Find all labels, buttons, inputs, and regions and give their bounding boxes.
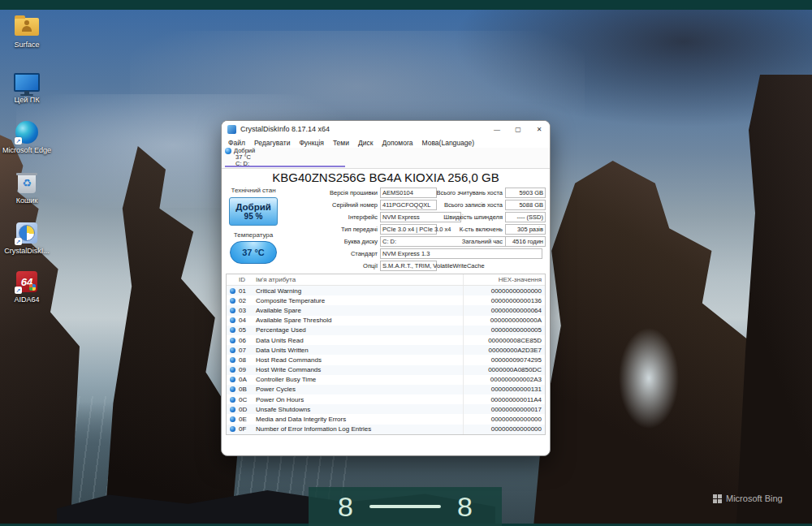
microsoft-logo-icon: [713, 494, 722, 503]
attribute-hex-value: 0000000A0850DC: [463, 365, 545, 375]
rock-arch-glow: [619, 328, 679, 429]
menu-item[interactable]: Теми: [333, 139, 349, 147]
field-label: Версія прошивки: [290, 189, 380, 196]
menu-item[interactable]: Допомога: [382, 139, 412, 147]
desktop-icon-label: AIDA64: [14, 295, 39, 304]
overlay-dash: [369, 505, 441, 508]
this-pc-icon: [14, 70, 40, 94]
drive-model-title: KBG40ZNS256G BG4A KIOXIA 256,0 GB: [222, 169, 550, 186]
health-status-button[interactable]: Добрий 95 %: [229, 197, 278, 226]
crystaldiskinfo-window: CrystalDiskInfo 8.17.14 x64 — ▢ ✕ ФайлРе…: [221, 120, 551, 456]
table-row[interactable]: 08 Host Read Commands 00000009074295: [227, 355, 545, 364]
attribute-id: 0D: [239, 406, 253, 413]
attribute-hex-value: 00000000000064: [463, 305, 545, 315]
bing-watermark: Microsoft Bing: [713, 494, 783, 503]
drive-fields-right: Всього зчитувань хоста 5903 GB Всього за…: [433, 187, 546, 248]
field-label: Всього записів хоста: [433, 201, 505, 209]
field-value: AEMS0104: [380, 188, 437, 198]
table-row[interactable]: 0E Media and Data Integrity Errors 00000…: [227, 414, 545, 424]
attribute-status-icon: [230, 338, 235, 343]
attribute-name: Host Write Commands: [253, 366, 463, 373]
health-percent: 95 %: [244, 212, 263, 221]
attribute-status-icon: [230, 426, 235, 432]
watermark-text: Microsoft Bing: [726, 494, 783, 503]
table-row[interactable]: 0F Number of Error Information Log Entri…: [227, 425, 545, 434]
drive-info-panel: Технічний стан Добрий 95 % Температура 3…: [222, 187, 550, 273]
field-value: 5903 GB: [505, 188, 546, 198]
desktop-icon-label: Кошик: [16, 196, 37, 205]
attribute-hex-value: 00000009074295: [463, 355, 545, 364]
table-row[interactable]: 09 Host Write Commands 0000000A0850DC: [227, 365, 545, 375]
maximize-button[interactable]: ▢: [508, 121, 529, 137]
attribute-status-icon: [230, 357, 235, 363]
attribute-status-icon: [230, 367, 235, 373]
table-row[interactable]: 06 Data Units Read 000000008CE85D: [227, 335, 545, 345]
desktop-icon-edge[interactable]: ↗ Microsoft Edge: [2, 120, 52, 154]
drive-tab[interactable]: Добрий 37 °C C: D:: [225, 148, 345, 167]
table-row[interactable]: 04 Available Spare Threshold 00000000000…: [227, 316, 545, 326]
crystaldiskinfo-icon: ↗: [14, 221, 40, 245]
desktop-icon-aida64[interactable]: 64↗ AIDA64: [2, 269, 52, 304]
menu-item[interactable]: Диск: [358, 139, 373, 147]
menu-item[interactable]: Редагувати: [254, 139, 290, 147]
menu-item[interactable]: Файл: [228, 139, 245, 147]
close-button[interactable]: ✕: [529, 121, 550, 137]
health-panel: Технічний стан Добрий 95 % Температура 3…: [227, 187, 280, 264]
field-label: Загальний час: [433, 238, 505, 245]
app-icon: [227, 125, 236, 134]
field-label: Інтерфейс: [290, 213, 380, 221]
desktop-icon-recycle-bin[interactable]: ♻ Кошик: [2, 170, 52, 205]
table-row[interactable]: 07 Data Units Written 00000000A2D3E7: [227, 345, 545, 355]
attribute-status-icon: [230, 407, 235, 412]
overlay-right-number: 8: [457, 491, 473, 523]
attribute-name: Controller Busy Time: [253, 376, 463, 383]
table-row[interactable]: 0B Power Cycles 00000000000131: [227, 385, 545, 394]
selected-drive-underline: [225, 166, 345, 167]
desktop-icon-surface[interactable]: Surface: [2, 15, 52, 49]
attribute-status-icon: [230, 397, 235, 403]
field-value: 411PGCFOQQXL: [380, 200, 437, 210]
table-row[interactable]: 02 Composite Temperature 00000000000136: [227, 295, 545, 305]
header-attribute-name: Ім'я атрибута: [253, 276, 463, 283]
desktop-icon-label: CrystalDiskI...: [4, 247, 50, 255]
desktop-icon-this-pc[interactable]: Цей ПК: [2, 70, 52, 104]
attribute-status-icon: [230, 347, 235, 353]
attribute-name: Power Cycles: [253, 386, 463, 393]
table-row[interactable]: 03 Available Spare 00000000000064: [227, 305, 545, 315]
title-bar[interactable]: CrystalDiskInfo 8.17.14 x64 — ▢ ✕: [222, 121, 550, 137]
temperature-button[interactable]: 37 °C: [230, 241, 277, 264]
attribute-id: 05: [239, 326, 253, 334]
minimize-button[interactable]: —: [486, 121, 508, 137]
attribute-id: 03: [239, 307, 253, 314]
field-label: Серійний номер: [290, 201, 380, 209]
field-label: Опції: [290, 262, 380, 269]
attribute-status-icon: [230, 377, 235, 382]
rock-formation-far-right: [736, 75, 812, 524]
attribute-id: 06: [239, 337, 253, 344]
attribute-id: 0B: [239, 386, 253, 393]
shortcut-arrow-icon: ↗: [15, 287, 22, 294]
table-row[interactable]: 05 Percentage Used 00000000000005: [227, 326, 545, 335]
field-value: S.M.A.R.T., TRIM, VolatileWriteCache: [380, 261, 437, 271]
attribute-id: 04: [239, 317, 253, 324]
table-row[interactable]: 0D Unsafe Shutdowns 00000000000017: [227, 404, 545, 414]
attribute-hex-value: 00000000000005: [463, 326, 545, 335]
window-title: CrystalDiskInfo 8.17.14 x64: [240, 125, 486, 133]
field-row: Всього зчитувань хоста 5903 GB: [433, 187, 546, 199]
attribute-name: Percentage Used: [253, 326, 463, 334]
overlay-left-number: 8: [338, 491, 353, 523]
menu-item[interactable]: Функція: [299, 139, 324, 147]
attribute-hex-value: 00000000000017: [463, 404, 545, 414]
table-row[interactable]: 01 Critical Warning 00000000000000: [227, 286, 545, 295]
attribute-status-icon: [230, 416, 235, 422]
desktop-icon-crystaldiskinfo[interactable]: ↗ CrystalDiskI...: [2, 221, 52, 255]
attribute-id: 02: [239, 297, 253, 304]
health-status-icon: [225, 148, 231, 154]
table-row[interactable]: 0C Power On Hours 000000000011A4: [227, 394, 545, 404]
table-row[interactable]: 0A Controller Busy Time 000000000002A3: [227, 375, 545, 385]
menu-item[interactable]: Мова(Language): [422, 139, 475, 147]
attribute-id: 0E: [239, 416, 253, 423]
attribute-id: 07: [239, 347, 253, 354]
temperature-label: Температура: [227, 231, 280, 239]
attribute-hex-value: 00000000000000: [463, 414, 545, 424]
